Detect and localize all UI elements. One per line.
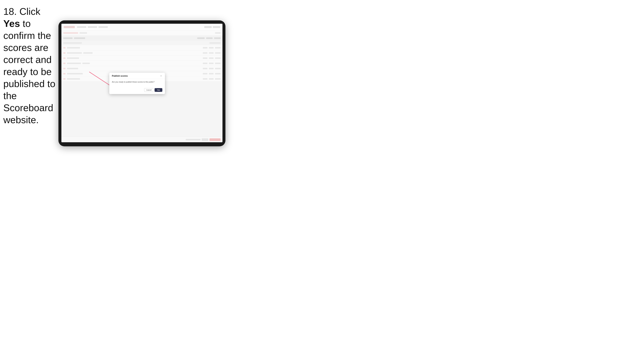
instruction-bold: Yes bbox=[3, 18, 20, 29]
yes-button[interactable]: Yes bbox=[154, 88, 162, 92]
modal-title: Publish scores bbox=[112, 75, 128, 77]
instruction-text: 18. Click Yes to confirm the scores are … bbox=[3, 5, 57, 126]
modal-overlay: Publish scores × Are you ready to publis… bbox=[62, 24, 222, 142]
publish-scores-modal: Publish scores × Are you ready to publis… bbox=[109, 73, 165, 94]
modal-close-button[interactable]: × bbox=[160, 75, 162, 77]
step-number: 18. bbox=[3, 6, 17, 17]
instruction-text-part2: to confirm the scores are correct and re… bbox=[3, 18, 55, 125]
modal-message: Are you ready to publish these scores to… bbox=[112, 81, 162, 83]
tablet: Publish scores × Are you ready to publis… bbox=[58, 20, 226, 146]
modal-footer: Cancel Yes bbox=[109, 88, 165, 94]
tablet-screen: Publish scores × Are you ready to publis… bbox=[62, 24, 222, 142]
instruction-text-part1: Click bbox=[17, 6, 40, 17]
cancel-button[interactable]: Cancel bbox=[144, 88, 154, 92]
modal-header: Publish scores × bbox=[109, 73, 165, 79]
modal-body: Are you ready to publish these scores to… bbox=[109, 79, 165, 88]
